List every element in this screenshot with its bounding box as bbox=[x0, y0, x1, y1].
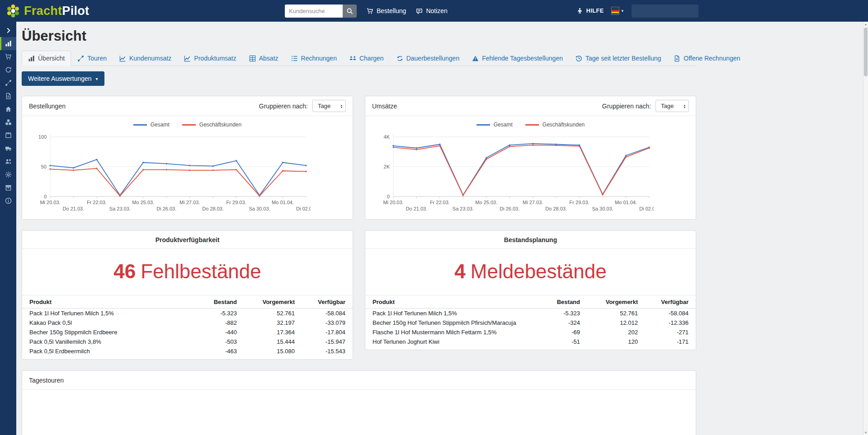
top-navbar: FrachtPilot Bestellung Notizen Hilfe ▾ bbox=[0, 0, 868, 22]
line-chart-icon bbox=[119, 55, 126, 62]
sidebar-item-document[interactable] bbox=[0, 89, 16, 103]
bestandsplanung-card: Bestandsplanung 4Meldebestände ProduktBe… bbox=[365, 230, 696, 350]
cart-icon bbox=[367, 8, 373, 14]
select-arrows-icon: ▴▾ bbox=[340, 104, 342, 108]
sidebar-item-settings[interactable] bbox=[0, 168, 16, 181]
sidebar-item-boxes[interactable] bbox=[0, 116, 16, 129]
meldebestaende-stat: 4Meldebestände bbox=[365, 249, 696, 295]
nav-notizen-link[interactable]: Notizen bbox=[416, 7, 447, 14]
table-row: Kakao Pack 0,5l-88232.197-33.079 bbox=[22, 318, 353, 327]
scroll-up-arrow[interactable]: ▲ bbox=[863, 23, 868, 26]
archive-icon bbox=[5, 184, 12, 191]
svg-text:Di 26.03.: Di 26.03. bbox=[156, 206, 176, 211]
people-icon bbox=[349, 55, 356, 62]
history-icon bbox=[576, 55, 582, 62]
scroll-down-arrow[interactable]: ▼ bbox=[863, 431, 868, 434]
legend-item[interactable]: Gesamt bbox=[476, 122, 513, 128]
tab-touren[interactable]: Touren bbox=[71, 51, 113, 66]
stats-row: Produktverfügbarkeit 46Fehlbestände Prod… bbox=[22, 230, 696, 360]
legend-item[interactable]: Geschäftskunden bbox=[182, 122, 241, 128]
table-row: Pack 1l Hof Terlunen Milch 1,5%-5.32352.… bbox=[365, 309, 696, 318]
file-icon bbox=[674, 55, 680, 62]
sidebar-item-home[interactable] bbox=[0, 103, 16, 116]
language-selector[interactable]: ▾ bbox=[612, 7, 623, 14]
legend-item[interactable]: Geschäftskunden bbox=[525, 122, 585, 128]
sidebar-item-sync[interactable] bbox=[0, 63, 16, 76]
produktverfuegbarkeit-card: Produktverfügbarkeit 46Fehlbestände Prod… bbox=[22, 230, 353, 360]
svg-text:0: 0 bbox=[44, 194, 47, 199]
tab-fehlende-tagesbestellungen[interactable]: Fehlende Tagesbestellungen bbox=[466, 51, 569, 66]
nav-bestellung-link[interactable]: Bestellung bbox=[367, 7, 406, 14]
brand-hexagon-icon bbox=[6, 4, 20, 18]
sidebar-item-package[interactable] bbox=[0, 129, 16, 142]
svg-text:Do 28.03.: Do 28.03. bbox=[202, 206, 224, 211]
sidebar-item-archive[interactable] bbox=[0, 181, 16, 194]
bestellungen-chart[interactable]: 050100Mi 20.03.Do 21.03.Fr 22.03.Sa 23.0… bbox=[29, 130, 311, 215]
svg-text:Fr 22.03.: Fr 22.03. bbox=[87, 200, 107, 205]
main-content: Übersicht ÜbersichtTourenKundenumsatzPro… bbox=[16, 22, 868, 435]
table-row: Flasche 1l Hof Mustermann Milch Fettarm … bbox=[365, 327, 696, 337]
svg-text:Sa 23.03.: Sa 23.03. bbox=[109, 206, 131, 211]
customer-search-input[interactable] bbox=[285, 5, 343, 18]
cart-icon bbox=[5, 53, 12, 60]
tab-kundenumsatz[interactable]: Kundenumsatz bbox=[113, 51, 178, 66]
sidebar-item-statistics[interactable] bbox=[0, 37, 16, 50]
produktverfuegbarkeit-table: ProduktBestandVorgemerktVerfügbarPack 1l… bbox=[22, 295, 353, 359]
sidebar-item-route[interactable] bbox=[0, 76, 16, 89]
svg-text:Sa 23.03.: Sa 23.03. bbox=[453, 206, 474, 211]
sidebar-item-truck[interactable] bbox=[0, 142, 16, 155]
svg-text:Mo 01.04.: Mo 01.04. bbox=[615, 200, 637, 205]
svg-text:Di 02.04.: Di 02.04. bbox=[296, 206, 311, 211]
line-chart-icon bbox=[184, 55, 191, 62]
charts-row: Bestellungen Gruppieren nach: Tage ▴▾ Ge… bbox=[22, 96, 696, 220]
table-row: Becher 150g Stippmilch Erdbeere-44017.36… bbox=[22, 327, 353, 337]
scrollbar-thumb[interactable] bbox=[864, 28, 868, 76]
card-title: Bestandsplanung bbox=[504, 236, 557, 243]
help-icon bbox=[576, 8, 583, 14]
svg-text:Sa 30.03.: Sa 30.03. bbox=[592, 206, 613, 211]
group-by-select[interactable]: Tage ▴▾ bbox=[656, 100, 689, 112]
tab-absatz[interactable]: Absatz bbox=[243, 51, 285, 66]
tab-produktumsatz[interactable]: Produktumsatz bbox=[178, 51, 242, 66]
svg-text:Fr 29.03.: Fr 29.03. bbox=[226, 200, 246, 205]
legend-item[interactable]: Gesamt bbox=[133, 122, 170, 128]
repeat-icon bbox=[396, 55, 403, 62]
user-menu-placeholder[interactable] bbox=[632, 5, 698, 18]
column-header: Produkt bbox=[365, 295, 522, 309]
tab-tage-seit-letzter-bestellung[interactable]: Tage seit letzter Bestellung bbox=[569, 51, 667, 66]
app-logo[interactable]: FrachtPilot bbox=[0, 4, 89, 18]
tab-dauerbestellungen[interactable]: Dauerbestellungen bbox=[390, 51, 466, 66]
brand-text-pilot: Pilot bbox=[62, 4, 89, 18]
umsaetze-chart[interactable]: 02K4KMi 20.03.Do 21.03.Fr 22.03.Sa 23.03… bbox=[373, 130, 654, 215]
tab-übersicht[interactable]: Übersicht bbox=[22, 51, 71, 66]
gear-icon bbox=[5, 171, 12, 178]
sidebar-item-cart[interactable] bbox=[0, 50, 16, 63]
group-by-label: Gruppieren nach: bbox=[602, 103, 651, 110]
users-icon bbox=[5, 158, 12, 165]
bar-chart-icon bbox=[28, 55, 35, 62]
svg-text:Sa 30.03.: Sa 30.03. bbox=[249, 206, 270, 211]
page-title: Übersicht bbox=[22, 28, 696, 44]
sidebar-item-users[interactable] bbox=[0, 155, 16, 168]
sidebar-item-info[interactable] bbox=[0, 194, 16, 207]
card-title: Produktverfügbarkeit bbox=[156, 236, 220, 243]
chart-legend: GesamtGeschäftskunden bbox=[369, 122, 692, 128]
info-icon bbox=[5, 197, 12, 204]
search-button[interactable] bbox=[343, 5, 357, 18]
tab-rechnungen[interactable]: Rechnungen bbox=[285, 51, 343, 66]
list-icon bbox=[291, 55, 298, 62]
caret-down-icon: ▾ bbox=[96, 76, 98, 81]
group-by-select[interactable]: Tage ▴▾ bbox=[312, 100, 346, 112]
tab-offene-rechnungen[interactable]: Offene Rechnungen bbox=[667, 51, 746, 66]
search-icon bbox=[346, 8, 353, 14]
vertical-scrollbar[interactable]: ▲ ▼ bbox=[863, 22, 868, 435]
sidebar bbox=[0, 22, 16, 435]
tab-chargen[interactable]: Chargen bbox=[343, 51, 390, 66]
sidebar-item-expand[interactable] bbox=[0, 24, 16, 37]
refresh-icon bbox=[5, 66, 12, 73]
svg-text:Fr 22.03.: Fr 22.03. bbox=[430, 200, 450, 205]
nav-hilfe-link[interactable]: Hilfe bbox=[576, 8, 604, 14]
weitere-auswertungen-button[interactable]: Weitere Auswertungen▾ bbox=[22, 71, 104, 86]
tab-bar: ÜbersichtTourenKundenumsatzProduktumsatz… bbox=[22, 51, 696, 66]
svg-text:Do 21.03.: Do 21.03. bbox=[63, 206, 85, 211]
